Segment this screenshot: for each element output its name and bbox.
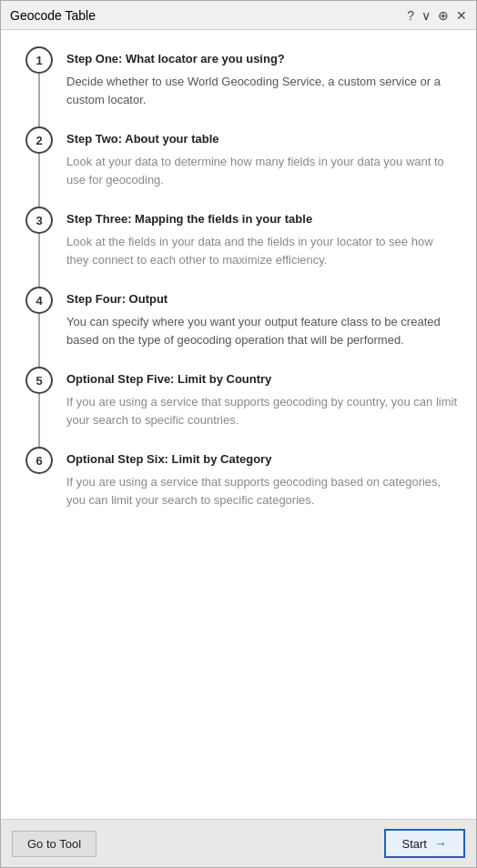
- step-content-4: Step Four: OutputYou can specify where y…: [59, 287, 458, 367]
- step-desc-6: If you are using a service that supports…: [66, 473, 458, 509]
- step-content-1: Step One: What locator are you using?Dec…: [59, 46, 458, 126]
- step-line-3: [38, 234, 40, 287]
- step-desc-3: Look at the fields in your data and the …: [66, 233, 458, 268]
- step-desc-2: Look at your data to determine how many …: [66, 153, 458, 188]
- step-title-5: Optional Step Five: Limit by Country: [66, 372, 458, 386]
- step-line-2: [38, 154, 40, 207]
- step-circle-1: 1: [25, 46, 53, 74]
- step-title-3: Step Three: Mapping the fields in your t…: [66, 212, 458, 226]
- step-circle-3: 3: [25, 207, 53, 234]
- step-item-5: 5Optional Step Five: Limit by CountryIf …: [19, 367, 458, 447]
- step-left-6: 6: [19, 447, 59, 516]
- step-circle-2: 2: [25, 126, 53, 154]
- step-line-5: [38, 394, 40, 447]
- pin-icon[interactable]: ⊕: [438, 8, 449, 23]
- goto-tool-button[interactable]: Go to Tool: [12, 831, 96, 857]
- step-item-1: 1Step One: What locator are you using?De…: [19, 46, 458, 126]
- step-content-6: Optional Step Six: Limit by CategoryIf y…: [59, 447, 458, 516]
- step-item-4: 4Step Four: OutputYou can specify where …: [19, 287, 458, 367]
- step-desc-5: If you are using a service that supports…: [66, 393, 458, 429]
- step-item-2: 2Step Two: About your tableLook at your …: [19, 126, 458, 207]
- step-title-1: Step One: What locator are you using?: [66, 52, 458, 66]
- step-line-4: [38, 314, 40, 367]
- step-title-4: Step Four: Output: [66, 292, 458, 306]
- step-left-2: 2: [19, 126, 59, 207]
- titlebar: Geocode Table ? ∨ ⊕ ✕: [1, 1, 476, 30]
- main-content: 1Step One: What locator are you using?De…: [1, 30, 476, 819]
- step-circle-6: 6: [25, 447, 53, 474]
- step-left-3: 3: [19, 207, 59, 287]
- geocode-table-window: Geocode Table ? ∨ ⊕ ✕ 1Step One: What lo…: [0, 0, 477, 868]
- start-arrow-icon: →: [434, 836, 447, 851]
- step-desc-4: You can specify where you want your outp…: [66, 313, 458, 348]
- close-icon[interactable]: ✕: [456, 8, 467, 23]
- window-title: Geocode Table: [10, 8, 96, 23]
- start-label: Start: [402, 837, 427, 851]
- step-item-3: 3Step Three: Mapping the fields in your …: [19, 207, 458, 287]
- step-desc-1: Decide whether to use World Geocoding Se…: [66, 73, 458, 108]
- help-icon[interactable]: ?: [407, 8, 414, 23]
- step-circle-4: 4: [25, 287, 53, 314]
- step-left-4: 4: [19, 287, 59, 367]
- step-content-2: Step Two: About your tableLook at your d…: [59, 126, 458, 207]
- start-button[interactable]: Start →: [384, 829, 465, 858]
- step-left-1: 1: [19, 46, 59, 126]
- step-line-1: [38, 74, 40, 126]
- step-content-5: Optional Step Five: Limit by CountryIf y…: [59, 367, 458, 447]
- steps-list: 1Step One: What locator are you using?De…: [19, 46, 458, 516]
- step-left-5: 5: [19, 367, 59, 447]
- step-title-2: Step Two: About your table: [66, 132, 458, 146]
- step-item-6: 6Optional Step Six: Limit by CategoryIf …: [19, 447, 458, 516]
- step-circle-5: 5: [25, 367, 53, 394]
- step-content-3: Step Three: Mapping the fields in your t…: [59, 207, 458, 287]
- titlebar-controls: ? ∨ ⊕ ✕: [407, 8, 467, 23]
- collapse-icon[interactable]: ∨: [421, 8, 431, 23]
- step-title-6: Optional Step Six: Limit by Category: [66, 452, 458, 466]
- footer: Go to Tool Start →: [1, 819, 476, 867]
